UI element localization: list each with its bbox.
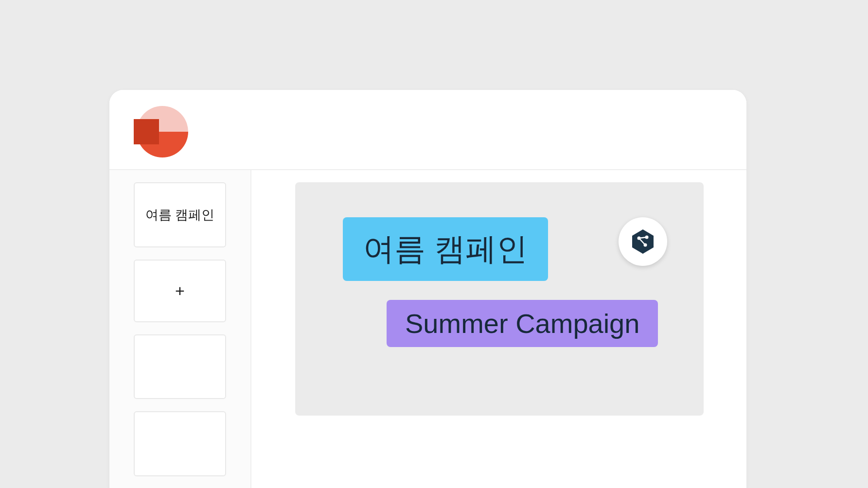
slide-thumbnail-empty-2[interactable] [134, 411, 226, 476]
app-window: 여름 캠페인 + 여름 캠페인 Summer Campaign [109, 90, 746, 488]
outer-frame: 여름 캠페인 + 여름 캠페인 Summer Campaign [0, 0, 868, 488]
slide-thumbnail-1[interactable]: 여름 캠페인 [134, 182, 226, 247]
slide-canvas[interactable]: 여름 캠페인 Summer Campaign [295, 182, 704, 416]
sidebar: 여름 캠페인 + [109, 170, 251, 488]
content-area: 여름 캠페인 + 여름 캠페인 Summer Campaign [109, 170, 746, 488]
header [109, 90, 746, 170]
add-slide-button[interactable]: + [134, 260, 226, 322]
korean-title-text: 여름 캠페인 [363, 231, 528, 266]
korean-title-text-box[interactable]: 여름 캠페인 [343, 217, 548, 281]
slide-thumbnail-empty-1[interactable] [134, 334, 226, 400]
logo-square-icon [134, 119, 159, 144]
english-title-text-box[interactable]: Summer Campaign [387, 300, 658, 347]
english-title-text: Summer Campaign [405, 308, 639, 339]
slide-thumbnail-label: 여름 캠페인 [145, 206, 215, 224]
main-canvas: 여름 캠페인 Summer Campaign [251, 170, 746, 488]
app-logo[interactable] [134, 105, 188, 159]
plus-icon: + [175, 281, 185, 300]
translate-hexagon-icon [630, 228, 656, 255]
translate-badge[interactable] [619, 217, 667, 266]
